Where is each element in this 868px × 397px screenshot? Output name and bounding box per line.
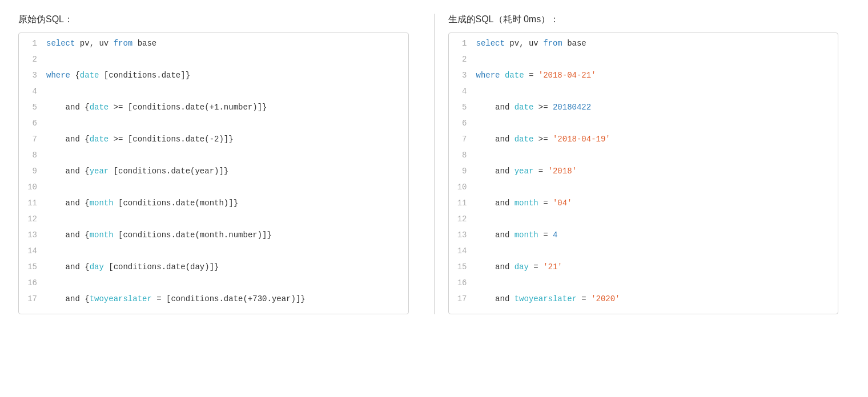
plain-token: and { xyxy=(46,294,90,303)
plain-token: and xyxy=(476,135,515,144)
kw-token: select xyxy=(46,39,75,48)
line-number: 3 xyxy=(19,71,46,80)
table-row: 12 xyxy=(19,213,408,229)
field-token: month xyxy=(515,230,539,240)
line-number: 4 xyxy=(449,87,476,96)
field-token: year xyxy=(515,167,534,176)
line-content: and twoyearslater = '2020' xyxy=(476,294,838,303)
line-content: and date >= 20180422 xyxy=(476,103,838,112)
line-content: and month = '04' xyxy=(476,198,838,208)
table-row: 9 and year = '2018' xyxy=(449,165,838,181)
table-row: 13 and month = 4 xyxy=(449,229,838,245)
line-number: 15 xyxy=(19,262,46,272)
line-content: where {date [conditions.date]} xyxy=(46,71,408,80)
field-token: date xyxy=(80,71,99,80)
table-row: 5 and date >= 20180422 xyxy=(449,102,838,118)
line-content: and {twoyearslater = [conditions.date(+7… xyxy=(46,294,408,303)
plain-token: pv, uv xyxy=(75,39,113,48)
left-title: 原始伪SQL： xyxy=(18,14,409,26)
kw-token: select xyxy=(476,39,505,48)
string-val-token: '2018-04-21' xyxy=(539,71,596,80)
field-token: date xyxy=(90,103,109,112)
table-row: 7 and date >= '2018-04-19' xyxy=(449,133,838,149)
line-number: 5 xyxy=(449,103,476,112)
plain-token: >= xyxy=(533,135,553,144)
page: 原始伪SQL： 1select pv, uv from base23where … xyxy=(0,0,868,397)
plain-token: = xyxy=(529,262,543,272)
line-number: 14 xyxy=(19,246,46,256)
table-row: 4 xyxy=(19,86,408,102)
section-divider xyxy=(434,14,435,314)
table-row: 11 and {month [conditions.date(month)]} xyxy=(19,197,408,213)
table-row: 14 xyxy=(19,245,408,261)
table-row: 8 xyxy=(19,149,408,165)
plain-token: [conditions.date]} xyxy=(99,71,190,80)
table-row: 2 xyxy=(449,54,838,70)
line-content: select pv, uv from base xyxy=(46,39,408,48)
line-number: 11 xyxy=(449,198,476,208)
field-token: month xyxy=(90,230,114,240)
line-number: 3 xyxy=(449,71,476,80)
line-content: and year = '2018' xyxy=(476,167,838,176)
right-title: 生成的SQL（耗时 0ms）： xyxy=(448,14,839,26)
table-row: 10 xyxy=(449,181,838,197)
line-number: 1 xyxy=(19,39,46,48)
table-row: 11 and month = '04' xyxy=(449,197,838,213)
line-number: 15 xyxy=(449,262,476,272)
table-row: 13 and {month [conditions.date(month.num… xyxy=(19,229,408,245)
field-token: date xyxy=(515,135,534,144)
plain-token: >= [conditions.date(+1.number)]} xyxy=(108,103,267,112)
field-token: month xyxy=(515,198,539,208)
plain-token: and xyxy=(476,230,515,240)
plain-token: base xyxy=(562,39,586,48)
plain-token: and xyxy=(476,167,515,176)
field-token: day xyxy=(90,262,104,272)
field-token: date xyxy=(505,71,524,80)
line-number: 11 xyxy=(19,198,46,208)
line-number: 9 xyxy=(19,167,46,176)
string-val-token: '2020' xyxy=(591,294,620,303)
line-number: 5 xyxy=(19,103,46,112)
table-row: 16 xyxy=(19,277,408,293)
table-row: 2 xyxy=(19,54,408,70)
plain-token: = xyxy=(524,71,539,80)
line-content: and {month [conditions.date(month.number… xyxy=(46,230,408,240)
plain-token: = xyxy=(533,167,548,176)
plain-token: = xyxy=(539,198,553,208)
plain-token: [conditions.date(year)]} xyxy=(108,167,228,176)
line-number: 6 xyxy=(19,119,46,128)
line-number: 14 xyxy=(449,246,476,256)
line-number: 9 xyxy=(449,167,476,176)
plain-token: and { xyxy=(46,262,90,272)
table-row: 3where {date [conditions.date]} xyxy=(19,70,408,86)
table-row: 10 xyxy=(19,181,408,197)
line-number: 16 xyxy=(449,278,476,287)
table-row: 14 xyxy=(449,245,838,261)
sections: 原始伪SQL： 1select pv, uv from base23where … xyxy=(18,14,850,314)
table-row: 1select pv, uv from base xyxy=(19,38,408,54)
line-content: and day = '21' xyxy=(476,262,838,272)
plain-token: and xyxy=(476,103,515,112)
num-val-token: 20180422 xyxy=(553,103,591,112)
plain-token: and xyxy=(476,198,515,208)
line-number: 17 xyxy=(19,294,46,303)
plain-token: [conditions.date(day)]} xyxy=(104,262,219,272)
line-number: 8 xyxy=(449,151,476,160)
plain-token: base xyxy=(132,39,156,48)
line-number: 16 xyxy=(19,278,46,287)
plain-token: and { xyxy=(46,103,90,112)
line-content: and {date >= [conditions.date(-2)]} xyxy=(46,135,408,144)
line-number: 13 xyxy=(449,230,476,240)
plain-token: pv, uv xyxy=(505,39,543,48)
line-content: and date >= '2018-04-19' xyxy=(476,135,838,144)
field-token: date xyxy=(90,135,109,144)
num-val-token: 4 xyxy=(553,230,557,240)
line-number: 2 xyxy=(449,55,476,64)
kw-token: from xyxy=(114,39,133,48)
table-row: 16 xyxy=(449,277,838,293)
left-section: 原始伪SQL： 1select pv, uv from base23where … xyxy=(18,14,420,314)
table-row: 3where date = '2018-04-21' xyxy=(449,70,838,86)
table-row: 6 xyxy=(449,118,838,133)
string-val-token: '2018' xyxy=(548,167,577,176)
line-content: select pv, uv from base xyxy=(476,39,838,48)
